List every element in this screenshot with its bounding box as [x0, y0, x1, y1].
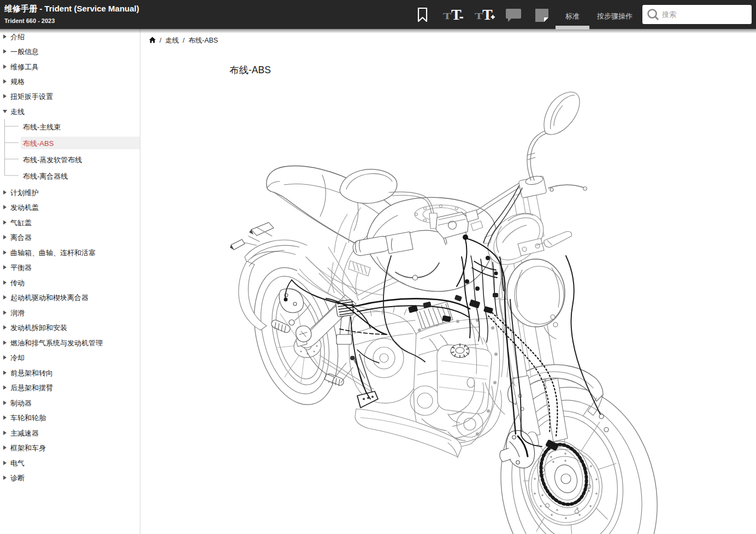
svg-text:T: T — [482, 6, 493, 23]
svg-text:T: T — [443, 11, 451, 21]
svg-text:T: T — [451, 6, 462, 23]
